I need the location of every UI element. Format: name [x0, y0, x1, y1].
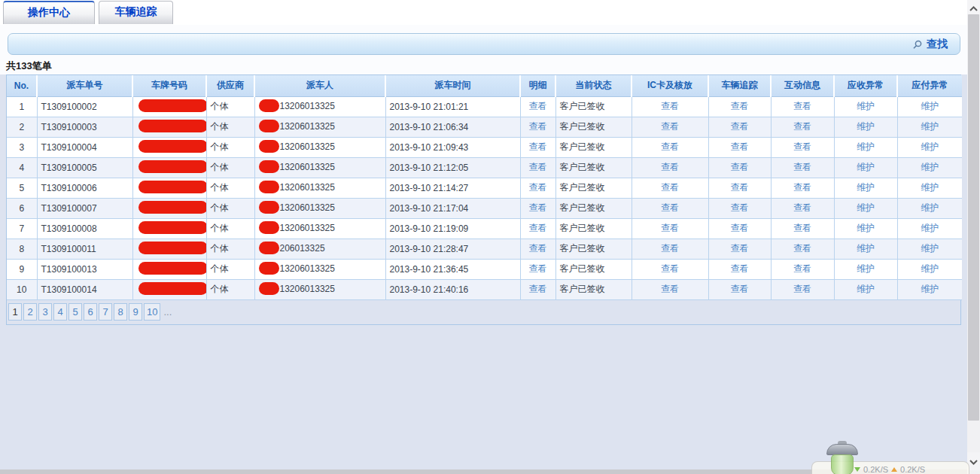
- vertical-scrollbar[interactable]: [967, 0, 980, 474]
- payable-maintain-link[interactable]: 维护: [897, 178, 962, 198]
- receivable-maintain-link-text[interactable]: 维护: [857, 202, 875, 213]
- page-button-1[interactable]: 1: [8, 303, 22, 321]
- interaction-view-link[interactable]: 查看: [771, 218, 834, 239]
- payable-maintain-link[interactable]: 维护: [897, 198, 962, 218]
- vehicle-tracking-view-link-text[interactable]: 查看: [731, 182, 749, 193]
- interaction-view-link[interactable]: 查看: [771, 259, 834, 279]
- ic-card-view-link[interactable]: 查看: [632, 157, 708, 178]
- vehicle-tracking-view-link-text[interactable]: 查看: [731, 121, 749, 132]
- ic-card-view-link-text[interactable]: 查看: [661, 141, 679, 152]
- interaction-view-link[interactable]: 查看: [771, 198, 834, 218]
- interaction-view-link-text[interactable]: 查看: [793, 162, 811, 172]
- search-button[interactable]: 查找: [912, 38, 948, 51]
- receivable-maintain-link[interactable]: 维护: [834, 259, 897, 279]
- detail-view-link-text[interactable]: 查看: [529, 162, 547, 172]
- payable-maintain-link[interactable]: 维护: [897, 117, 962, 137]
- payable-maintain-link-text[interactable]: 维护: [921, 263, 939, 274]
- vehicle-tracking-view-link[interactable]: 查看: [708, 137, 771, 157]
- detail-view-link-text[interactable]: 查看: [529, 223, 547, 233]
- receivable-maintain-link[interactable]: 维护: [834, 239, 897, 259]
- detail-view-link[interactable]: 查看: [520, 96, 555, 117]
- ic-card-view-link-text[interactable]: 查看: [661, 263, 679, 274]
- ic-card-view-link[interactable]: 查看: [632, 178, 708, 198]
- interaction-view-link-text[interactable]: 查看: [793, 223, 811, 233]
- detail-view-link[interactable]: 查看: [520, 137, 555, 157]
- ic-card-view-link[interactable]: 查看: [632, 259, 708, 279]
- payable-maintain-link-text[interactable]: 维护: [921, 101, 939, 111]
- ic-card-view-link[interactable]: 查看: [632, 117, 708, 137]
- interaction-view-link[interactable]: 查看: [771, 137, 834, 157]
- page-button-7[interactable]: 7: [99, 303, 112, 321]
- vehicle-tracking-view-link[interactable]: 查看: [708, 279, 771, 299]
- receivable-maintain-link-text[interactable]: 维护: [857, 284, 875, 294]
- receivable-maintain-link-text[interactable]: 维护: [857, 141, 875, 152]
- receivable-maintain-link-text[interactable]: 维护: [857, 101, 875, 111]
- payable-maintain-link-text[interactable]: 维护: [921, 243, 939, 254]
- receivable-maintain-link-text[interactable]: 维护: [857, 121, 875, 132]
- ic-card-view-link[interactable]: 查看: [632, 239, 708, 259]
- interaction-view-link-text[interactable]: 查看: [793, 121, 811, 132]
- detail-view-link[interactable]: 查看: [520, 117, 555, 137]
- ic-card-view-link[interactable]: 查看: [632, 279, 708, 299]
- receivable-maintain-link-text[interactable]: 维护: [857, 243, 875, 254]
- interaction-view-link[interactable]: 查看: [771, 96, 834, 117]
- scrollbar-thumb[interactable]: [968, 14, 979, 421]
- detail-view-link-text[interactable]: 查看: [529, 101, 547, 111]
- payable-maintain-link-text[interactable]: 维护: [921, 182, 939, 193]
- ic-card-view-link[interactable]: 查看: [632, 96, 708, 117]
- payable-maintain-link[interactable]: 维护: [897, 157, 962, 178]
- vehicle-tracking-view-link-text[interactable]: 查看: [731, 101, 749, 111]
- detail-view-link[interactable]: 查看: [520, 279, 555, 299]
- detail-view-link[interactable]: 查看: [520, 198, 555, 218]
- payable-maintain-link[interactable]: 维护: [897, 137, 962, 157]
- vehicle-tracking-view-link-text[interactable]: 查看: [731, 243, 749, 254]
- detail-view-link-text[interactable]: 查看: [529, 263, 547, 274]
- receivable-maintain-link[interactable]: 维护: [834, 178, 897, 198]
- page-button-9[interactable]: 9: [129, 303, 142, 321]
- ic-card-view-link[interactable]: 查看: [632, 198, 708, 218]
- payable-maintain-link-text[interactable]: 维护: [921, 202, 939, 213]
- interaction-view-link-text[interactable]: 查看: [793, 284, 811, 294]
- scrollbar-up-button[interactable]: [967, 0, 980, 14]
- vehicle-tracking-view-link[interactable]: 查看: [708, 117, 771, 137]
- page-button-3[interactable]: 3: [38, 303, 52, 321]
- interaction-view-link[interactable]: 查看: [771, 178, 834, 198]
- ic-card-view-link[interactable]: 查看: [632, 137, 708, 157]
- page-button-5[interactable]: 5: [68, 303, 82, 321]
- ic-card-view-link[interactable]: 查看: [632, 218, 708, 239]
- page-button-2[interactable]: 2: [23, 303, 37, 321]
- vehicle-tracking-view-link-text[interactable]: 查看: [731, 284, 749, 294]
- receivable-maintain-link-text[interactable]: 维护: [857, 263, 875, 274]
- vehicle-tracking-view-link[interactable]: 查看: [708, 239, 771, 259]
- ic-card-view-link-text[interactable]: 查看: [661, 284, 679, 294]
- interaction-view-link-text[interactable]: 查看: [793, 263, 811, 274]
- ic-card-view-link-text[interactable]: 查看: [661, 101, 679, 111]
- vehicle-tracking-view-link-text[interactable]: 查看: [731, 223, 749, 233]
- tab-vehicle-tracking[interactable]: 车辆追踪: [99, 1, 173, 24]
- receivable-maintain-link[interactable]: 维护: [834, 137, 897, 157]
- receivable-maintain-link[interactable]: 维护: [834, 96, 897, 117]
- detail-view-link-text[interactable]: 查看: [529, 141, 547, 152]
- receivable-maintain-link[interactable]: 维护: [834, 279, 897, 299]
- detail-view-link[interactable]: 查看: [520, 259, 555, 279]
- interaction-view-link[interactable]: 查看: [771, 117, 834, 137]
- payable-maintain-link[interactable]: 维护: [897, 218, 962, 239]
- vehicle-tracking-view-link-text[interactable]: 查看: [731, 263, 749, 274]
- detail-view-link-text[interactable]: 查看: [529, 243, 547, 254]
- interaction-view-link[interactable]: 查看: [771, 157, 834, 178]
- ic-card-view-link-text[interactable]: 查看: [661, 162, 679, 172]
- receivable-maintain-link-text[interactable]: 维护: [857, 182, 875, 193]
- receivable-maintain-link-text[interactable]: 维护: [857, 223, 875, 233]
- payable-maintain-link[interactable]: 维护: [897, 279, 962, 299]
- vehicle-tracking-view-link-text[interactable]: 查看: [731, 141, 749, 152]
- ic-card-view-link-text[interactable]: 查看: [661, 202, 679, 213]
- payable-maintain-link-text[interactable]: 维护: [921, 223, 939, 233]
- ic-card-view-link-text[interactable]: 查看: [661, 121, 679, 132]
- vehicle-tracking-view-link[interactable]: 查看: [708, 259, 771, 279]
- receivable-maintain-link[interactable]: 维护: [834, 157, 897, 178]
- detail-view-link-text[interactable]: 查看: [529, 121, 547, 132]
- page-button-4[interactable]: 4: [53, 303, 67, 321]
- interaction-view-link-text[interactable]: 查看: [793, 243, 811, 254]
- search-bar[interactable]: 查找: [8, 33, 960, 55]
- receivable-maintain-link[interactable]: 维护: [834, 218, 897, 239]
